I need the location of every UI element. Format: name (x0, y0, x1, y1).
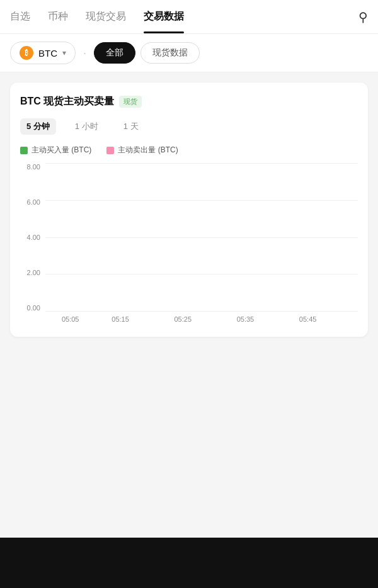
nav-item-watchlist[interactable]: 自选 (10, 0, 30, 33)
filter-row: ₿ BTC ▾ · 全部 现货数据 (0, 34, 378, 72)
tab-5min[interactable]: 5 分钟 (20, 118, 56, 135)
chevron-down-icon: ▾ (62, 48, 66, 57)
legend-buy-icon (20, 147, 28, 154)
divider: · (83, 47, 86, 60)
main-content: BTC 现货主动买卖量 现货 5 分钟 1 小时 1 天 主动买入量 (BTC)… (0, 72, 378, 347)
x-label: 05:15 (112, 315, 129, 323)
x-label: 05:05 (62, 315, 79, 323)
legend-sell-label: 主动卖出量 (BTC) (118, 145, 178, 155)
filter-all-button[interactable]: 全部 (94, 42, 135, 64)
chart-legend: 主动买入量 (BTC) 主动卖出量 (BTC) (20, 145, 358, 155)
coin-label: BTC (38, 48, 57, 59)
legend-sell-icon (106, 147, 114, 154)
y-label-2: 2.00 (27, 269, 40, 276)
top-navigation: 自选 币种 现货交易 交易数据 ⚲ (0, 0, 378, 34)
card-title-text: BTC 现货主动买卖量 (20, 95, 114, 108)
nav-item-trade-data[interactable]: 交易数据 (144, 0, 184, 33)
time-tabs: 5 分钟 1 小时 1 天 (20, 118, 358, 135)
y-label-0: 0.00 (27, 304, 40, 312)
legend-sell: 主动卖出量 (BTC) (106, 145, 178, 155)
tab-1hour[interactable]: 1 小时 (69, 118, 105, 135)
x-label: 05:45 (299, 315, 317, 323)
nav-items: 自选 币种 现货交易 交易数据 (10, 0, 358, 33)
filter-spot-button[interactable]: 现货数据 (140, 42, 200, 64)
y-label-8: 8.00 (27, 163, 40, 171)
x-label: 05:25 (174, 315, 192, 323)
spot-badge: 现货 (119, 96, 142, 108)
coin-icon: ₿ (20, 46, 33, 60)
nav-item-spot-trading[interactable]: 现货交易 (86, 0, 126, 33)
filter-buttons: 全部 现货数据 (94, 42, 200, 64)
coin-selector[interactable]: ₿ BTC ▾ (10, 42, 76, 64)
legend-buy-label: 主动买入量 (BTC) (32, 145, 91, 155)
y-label-6: 6.00 (27, 198, 40, 206)
y-axis: 8.00 6.00 4.00 2.00 0.00 (20, 163, 45, 327)
bars-container (45, 163, 358, 312)
chart-body: 05:0505:1505:2505:3505:45 (45, 163, 358, 327)
x-label: 05:35 (237, 315, 255, 323)
bottom-bar (0, 538, 378, 588)
chart-card: BTC 现货主动买卖量 现货 5 分钟 1 小时 1 天 主动买入量 (BTC)… (10, 82, 368, 337)
search-icon[interactable]: ⚲ (358, 9, 368, 25)
nav-item-coins[interactable]: 币种 (48, 0, 68, 33)
x-axis: 05:0505:1505:2505:3505:45 (45, 312, 358, 327)
chart-area: 8.00 6.00 4.00 2.00 0.00 (20, 163, 358, 327)
tab-1day[interactable]: 1 天 (117, 118, 145, 135)
legend-buy: 主动买入量 (BTC) (20, 145, 91, 155)
y-label-4: 4.00 (27, 234, 40, 241)
card-title-row: BTC 现货主动买卖量 现货 (20, 95, 358, 108)
